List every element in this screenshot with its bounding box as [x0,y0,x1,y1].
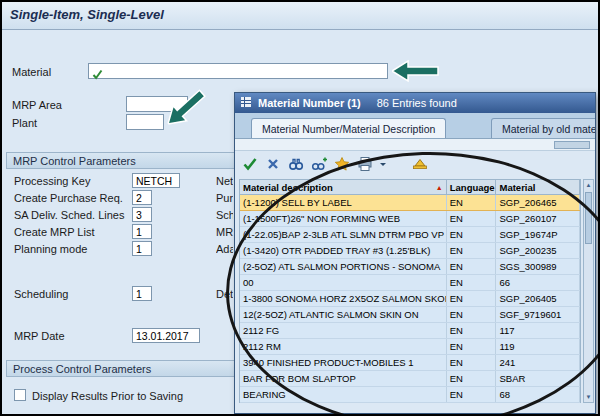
page-title: Single-Item, Single-Level [10,7,164,22]
cell-language: EN [447,371,497,386]
material-input[interactable] [88,63,388,79]
clipped-field-label: Det [216,288,233,300]
scroll-down-icon[interactable]: ▼ [584,394,593,400]
table-header-row: Material description ▲ Language Material [239,179,581,195]
sa-deliv-sched-lines-input[interactable] [132,207,152,222]
cell-material: 241 [496,355,580,370]
cell-material-description: (1-22.05)BAP 2-3LB ATL SLMN DTRM PBO VP [240,227,447,242]
scrollbar-thumb[interactable] [585,192,592,244]
cell-material: SGP_206405 [496,291,580,306]
processing-key-label: Processing Key [14,175,90,187]
table-row[interactable]: 3940 FINISHED PRODUCT-MOBILES 1 EN 241 [240,355,580,371]
table-row[interactable]: 00 EN 66 [240,275,580,291]
create-purchase-req-input[interactable] [132,190,152,205]
cell-material: SGP_19674P [496,227,580,242]
cell-material-description: 2112 RM [240,339,447,354]
print-icon[interactable] [355,154,375,174]
vertical-scrollbar[interactable]: ▲ ▼ [583,179,594,403]
mrp-date-input[interactable] [132,328,200,343]
cell-language: EN [447,307,497,322]
cell-material-description: (1-3420) OTR PADDED TRAY #3 (1.25'BLK) [240,243,447,258]
table-row[interactable]: BAR FOR BOM SLAPTOP EN SBAR [240,371,580,387]
personal-value-list-icon[interactable] [410,154,430,174]
tab-material-by-old-material[interactable]: Material by old materi [491,118,596,138]
cell-material-description: 2112 FG [240,323,447,338]
table-row[interactable]: 2112 RM EN 119 [240,339,580,355]
cell-material-description: 12(2-5OZ) ATLANTIC SALMON SKIN ON [240,307,447,322]
mrp-area-label: MRP Area [12,99,62,111]
cell-language: EN [447,211,497,226]
sa-deliv-sched-lines-label: SA Deliv. Sched. Lines [14,209,124,221]
accept-icon[interactable] [240,154,260,174]
value-help-dialog: Material Number (1) 86 Entries found Mat… [234,92,596,414]
planning-mode-label: Planning mode [14,243,87,255]
section-title: Process Control Parameters [13,363,151,375]
cell-material: SGF_9719601 [496,307,580,322]
dialog-titlebar[interactable]: Material Number (1) 86 Entries found [235,93,595,113]
scheduling-input[interactable] [132,286,152,301]
dialog-tabstrip: Material Number/Material Description Mat… [235,113,595,139]
display-results-checkbox-label: Display Results Prior to Saving [32,390,183,402]
cell-language: EN [447,355,497,370]
create-purchase-req-label: Create Purchase Req. [14,192,123,204]
cell-material-description: BEARING [240,387,447,402]
table-row[interactable]: (1-1500FT)26" NON FORMING WEB EN SGP_260… [240,211,580,227]
dialog-toolbar [235,151,595,177]
mrp-date-label: MRP Date [14,330,65,342]
find-icon[interactable] [286,154,306,174]
cell-language: EN [447,259,497,274]
checkmark-icon [92,66,103,84]
cell-material: SBAR [496,371,580,386]
cell-material: 119 [496,339,580,354]
table-row[interactable]: (2-5OZ) ATL SALMON PORTIONS - SONOMA EN … [240,259,580,275]
cell-material-description: 00 [240,275,447,290]
column-header-material-description[interactable]: Material description ▲ [240,180,447,194]
clipped-field-label: Sch [216,209,233,221]
plant-label: Plant [12,117,37,129]
mrp-area-input[interactable] [126,96,188,112]
cell-material-description: (2-5OZ) ATL SALMON PORTIONS - SONOMA [240,259,447,274]
table-row[interactable]: (1-3420) OTR PADDED TRAY #3 (1.25'BLK) E… [240,243,580,259]
clipped-field-label: Ada [216,243,233,255]
table-row[interactable]: BEARING EN 68 [240,387,580,403]
cancel-icon[interactable] [263,154,283,174]
cell-language: EN [447,195,497,210]
cell-language: EN [447,243,497,258]
table-row[interactable]: (1-1200) SELL BY LABEL EN SGP_206465 [240,195,580,211]
table-row[interactable]: 12(2-5OZ) ATLANTIC SALMON SKIN ON EN SGF… [240,307,580,323]
processing-key-input[interactable] [132,173,180,188]
create-mrp-list-input[interactable] [132,224,152,239]
favorites-icon[interactable] [332,154,352,174]
scheduling-label: Scheduling [14,288,68,300]
clipped-field-label: MRP [216,226,233,238]
column-header-material[interactable]: Material [496,180,580,194]
arrow-annotation-material [392,59,440,83]
tab-scrollbar[interactable] [554,141,590,149]
cell-material: 66 [496,275,580,290]
cell-material: SGS_300989 [496,259,580,274]
find-next-icon[interactable] [309,154,329,174]
clipped-field-label: Pur [216,192,233,204]
create-mrp-list-label: Create MRP List [14,226,95,238]
table-row[interactable]: 2112 FG EN 117 [240,323,580,339]
entries-count: 86 Entries found [377,97,457,109]
cell-material: 117 [496,323,580,338]
application-window: Single-Item, Single-Level Material MRP A… [0,0,600,416]
dialog-title: Material Number (1) [258,97,361,109]
planning-mode-input[interactable] [132,241,152,256]
column-header-language[interactable]: Language [447,180,497,194]
table-body: (1-1200) SELL BY LABEL EN SGP_206465 (1-… [239,195,581,403]
scroll-up-icon[interactable]: ▲ [584,182,593,188]
cell-material: SGP_260107 [496,211,580,226]
cell-material: 68 [496,387,580,402]
display-results-checkbox[interactable] [14,389,26,401]
table-row[interactable]: 1-3800 SONOMA HORZ 2X5OZ SALMON SKON EN … [240,291,580,307]
screen-header: Single-Item, Single-Level [2,2,598,30]
material-label: Material [12,66,51,78]
cell-language: EN [447,339,497,354]
print-menu-icon[interactable] [378,154,388,174]
plant-input[interactable] [126,114,164,130]
table-row[interactable]: (1-22.05)BAP 2-3LB ATL SLMN DTRM PBO VP … [240,227,580,243]
tab-material-number-description[interactable]: Material Number/Material Description [251,118,446,138]
value-help-table: Material description ▲ Language Material… [239,179,581,403]
